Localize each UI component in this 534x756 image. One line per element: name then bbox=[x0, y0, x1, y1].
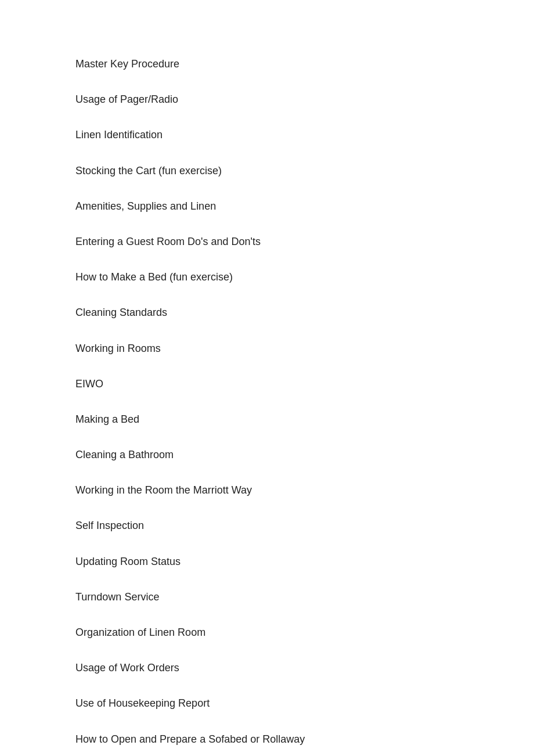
main-list: Master Key ProcedureUsage of Pager/Radio… bbox=[0, 0, 534, 756]
list-item-linen-identification[interactable]: Linen Identification bbox=[75, 117, 459, 153]
list-item-updating-room-status[interactable]: Updating Room Status bbox=[75, 544, 459, 579]
list-item-usage-of-pager-radio[interactable]: Usage of Pager/Radio bbox=[75, 82, 459, 117]
list-item-working-in-rooms[interactable]: Working in Rooms bbox=[75, 331, 459, 366]
list-item-cleaning-a-bathroom[interactable]: Cleaning a Bathroom bbox=[75, 437, 459, 473]
list-item-how-to-open-sofabed[interactable]: How to Open and Prepare a Sofabed or Rol… bbox=[75, 722, 459, 756]
list-item-usage-of-work-orders[interactable]: Usage of Work Orders bbox=[75, 650, 459, 686]
list-item-stocking-the-cart[interactable]: Stocking the Cart (fun exercise) bbox=[75, 153, 459, 189]
list-item-eiwo[interactable]: EIWO bbox=[75, 366, 459, 402]
list-item-use-of-housekeeping-report[interactable]: Use of Housekeeping Report bbox=[75, 686, 459, 721]
list-item-working-in-the-room[interactable]: Working in the Room the Marriott Way bbox=[75, 473, 459, 508]
list-item-organization-of-linen-room[interactable]: Organization of Linen Room bbox=[75, 615, 459, 650]
list-item-self-inspection[interactable]: Self Inspection bbox=[75, 508, 459, 543]
list-item-master-key-procedure[interactable]: Master Key Procedure bbox=[75, 46, 459, 82]
list-item-making-a-bed[interactable]: Making a Bed bbox=[75, 402, 459, 437]
list-item-entering-guest-room[interactable]: Entering a Guest Room Do's and Don'ts bbox=[75, 224, 459, 260]
list-item-turndown-service[interactable]: Turndown Service bbox=[75, 579, 459, 615]
list-item-cleaning-standards[interactable]: Cleaning Standards bbox=[75, 295, 459, 330]
list-item-amenities-supplies-linen[interactable]: Amenities, Supplies and Linen bbox=[75, 189, 459, 224]
list-item-how-to-make-a-bed[interactable]: How to Make a Bed (fun exercise) bbox=[75, 260, 459, 295]
